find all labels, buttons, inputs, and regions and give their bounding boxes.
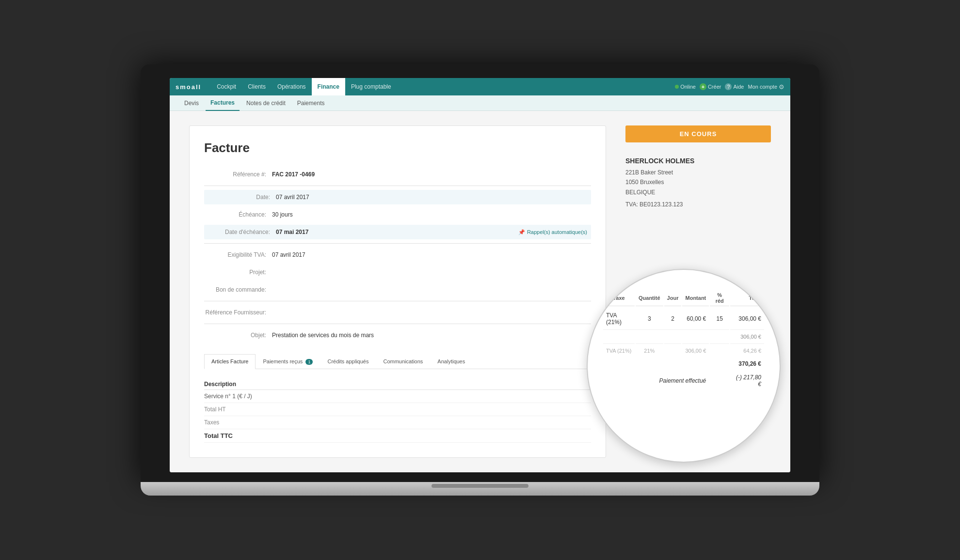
zoom-table-header: Taxe Quantité Jour Montant % réd Total: [603, 290, 764, 306]
reminder-pin-icon: 📌: [518, 229, 525, 235]
client-name: SHERLOCK HOLMES: [625, 157, 771, 165]
col-quantite: Quantité: [636, 290, 663, 306]
zoom-taxe: TVA (21%): [603, 307, 635, 328]
brand-logo[interactable]: smoall: [176, 83, 201, 91]
tab-credits[interactable]: Crédits appliqués: [320, 354, 376, 369]
total-ht-row: Total HT: [204, 403, 591, 416]
zoom-total-empty: [603, 358, 729, 370]
total-ttc-row: Total TTC: [204, 429, 591, 443]
tab-paiements-badge: 1: [305, 359, 313, 365]
exigibilite-value: 07 avril 2017: [272, 251, 591, 258]
zoom-jour: 2: [664, 307, 682, 328]
account-button[interactable]: Mon compte ⚙: [748, 83, 784, 91]
subnav-notes-credit[interactable]: Notes de crédit: [241, 95, 290, 111]
field-projet: Projet:: [204, 265, 591, 280]
tab-communications[interactable]: Communications: [376, 354, 430, 369]
gear-icon: ⚙: [779, 83, 784, 91]
zoom-subtotal-empty: [603, 329, 729, 342]
total-ttc-label: Total TTC: [204, 432, 233, 439]
zoom-tax-taxe: TVA (21%): [603, 343, 635, 357]
screen-bezel: smoall Cockpit Clients Opérations Financ…: [141, 64, 819, 482]
field-bon-commande: Bon de commande:: [204, 282, 591, 297]
tab-communications-label: Communications: [383, 358, 423, 364]
exigibilite-label: Exigibilité TVA:: [204, 251, 272, 258]
client-address: 221B Baker Street 1050 Bruxelles BELGIQU…: [625, 168, 771, 197]
invoice-document: Facture Référence #: FAC 2017 -0469 Date…: [189, 125, 606, 458]
col-montant: Montant: [682, 290, 709, 306]
status-badge: EN COURS: [625, 125, 771, 142]
nav-cockpit[interactable]: Cockpit: [211, 78, 242, 95]
field-exigibilite: Exigibilité TVA: 07 avril 2017: [204, 248, 591, 262]
subnav-factures[interactable]: Factures: [206, 95, 240, 111]
reference-label: Référence #:: [204, 171, 272, 178]
navbar-right: Online + Créer ? Aide Mon compte ⚙: [675, 83, 784, 91]
subnav: Devis Factures Notes de crédit Paiements: [170, 95, 790, 111]
zoom-subtotal-row: 306,00 €: [603, 329, 764, 342]
date-echeance-label: Date d'échéance:: [208, 229, 276, 235]
subnav-devis[interactable]: Devis: [179, 95, 204, 111]
nav-finance[interactable]: Finance: [312, 78, 345, 95]
zoom-tax-empty2: [710, 343, 729, 357]
subnav-paiements[interactable]: Paiements: [292, 95, 330, 111]
create-label: Créer: [708, 84, 721, 90]
taxes-row: Taxes: [204, 416, 591, 429]
total-ht-label: Total HT: [204, 406, 226, 413]
account-label: Mon compte: [748, 84, 777, 90]
navbar: smoall Cockpit Clients Opérations Financ…: [170, 78, 790, 95]
nav-operations[interactable]: Opérations: [272, 78, 312, 95]
nav-clients[interactable]: Clients: [242, 78, 272, 95]
articles-table: Description Service n° 1 (€ / J) Total H…: [204, 377, 591, 443]
field-reference: Référence #: FAC 2017 -0469: [204, 167, 591, 182]
create-button[interactable]: + Créer: [700, 83, 721, 90]
date-label: Date:: [208, 194, 276, 201]
zoom-data-row: TVA (21%) 3 2 60,00 € 15 306,00 €: [603, 307, 764, 328]
zoom-tax-empty: [664, 343, 682, 357]
objet-label: Objet:: [204, 332, 272, 339]
status-dot: [675, 85, 679, 89]
date-value: 07 avril 2017: [276, 194, 587, 201]
taxes-label: Taxes: [204, 419, 219, 426]
tab-articles[interactable]: Articles Facture: [204, 354, 256, 369]
zoom-tax-row: TVA (21%) 21% 306,00 € 64,26 €: [603, 343, 764, 357]
plus-icon: +: [700, 83, 706, 90]
invoice-tabs: Articles Facture Paiements reçus 1 Crédi…: [204, 354, 591, 369]
reminder-text: Rappel(s) automatique(s): [527, 229, 587, 235]
laptop-shell: smoall Cockpit Clients Opérations Financ…: [141, 64, 819, 496]
tab-analytiques[interactable]: Analytiques: [430, 354, 472, 369]
service-row: Service n° 1 (€ / J): [204, 390, 591, 403]
col-pct-red: % réd: [710, 290, 729, 306]
online-label: Online: [680, 84, 696, 90]
zoom-montant: 60,00 €: [682, 307, 709, 328]
address-line1: 221B Baker Street: [625, 168, 771, 177]
navbar-items: Cockpit Clients Opérations Finance Plug …: [211, 78, 675, 95]
zoom-tax-base: 306,00 €: [682, 343, 709, 357]
zoom-overlay: Taxe Quantité Jour Montant % réd Total: [587, 269, 781, 463]
col-jour: Jour: [664, 290, 682, 306]
field-date: Date: 07 avril 2017: [204, 190, 591, 204]
document-right: EN COURS SHERLOCK HOLMES 221B Baker Stre…: [625, 125, 771, 208]
tab-paiements-recus[interactable]: Paiements reçus 1: [256, 354, 320, 369]
tab-paiements-label: Paiements reçus: [263, 358, 303, 364]
question-icon: ?: [725, 83, 732, 90]
echeance-label: Échéance:: [204, 211, 272, 218]
reminder-link[interactable]: 📌 Rappel(s) automatique(s): [518, 229, 587, 235]
tab-articles-label: Articles Facture: [211, 358, 248, 364]
zoom-total: 306,00 €: [730, 307, 764, 328]
nav-plug[interactable]: Plug comptable: [345, 78, 397, 95]
projet-label: Projet:: [204, 269, 272, 276]
service-description: Service n° 1 (€ / J): [204, 393, 252, 400]
zoom-pct-red: 15: [710, 307, 729, 328]
zoom-payment-row: Paiement effectué (-) 217,80 €: [603, 371, 764, 390]
bon-commande-label: Bon de commande:: [204, 286, 272, 293]
zoom-total-ttc: 370,26 €: [730, 358, 764, 370]
aide-button[interactable]: ? Aide: [725, 83, 744, 90]
page-content: Facture Référence #: FAC 2017 -0469 Date…: [170, 111, 790, 472]
zoom-table: Taxe Quantité Jour Montant % réd Total: [602, 289, 765, 391]
invoice-title: Facture: [204, 140, 591, 156]
echeance-value: 30 jours: [272, 211, 591, 218]
client-tva: TVA: BE0123.123.123: [625, 201, 771, 208]
aide-label: Aide: [733, 84, 744, 90]
zoom-tax-amount: 64,26 €: [730, 343, 764, 357]
tab-analytiques-label: Analytiques: [437, 358, 465, 364]
zoom-payment-label: Paiement effectué: [603, 371, 709, 390]
